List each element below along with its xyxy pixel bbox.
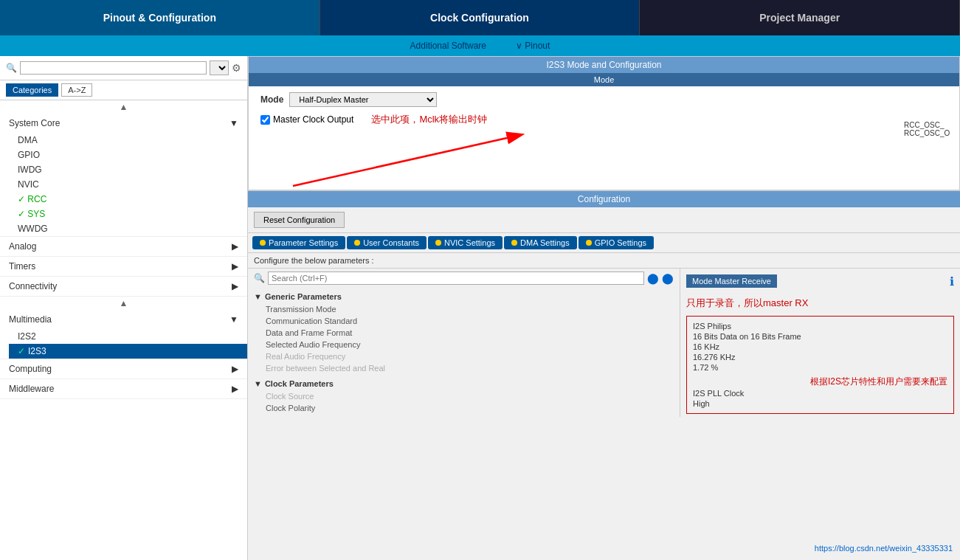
value-pll-clock: I2S PLL Clock [693, 388, 947, 398]
tab-az[interactable]: A->Z [61, 83, 92, 97]
tab-pinout-config[interactable]: Pinout & Configuration [0, 0, 320, 35]
param-error-label: Error between Selected and Real [266, 364, 662, 373]
analog-label: Analog [9, 241, 36, 252]
tab-dma-settings[interactable]: DMA Settings [504, 236, 577, 249]
param-clock-source-label: Clock Source [266, 392, 662, 401]
additional-software-link[interactable]: Additional Software [410, 41, 486, 51]
master-clock-checkbox[interactable] [260, 115, 270, 125]
user-tab-label: User Constants [363, 238, 419, 247]
param-real-audio: Real Audio Frequency [248, 350, 680, 362]
nav-prev-arrow[interactable]: ⬤ [647, 272, 659, 284]
tab-nvic-settings[interactable]: NVIC Settings [428, 236, 503, 249]
param-transmission-label: Transmission Mode [266, 305, 662, 314]
computing-chevron: ▶ [232, 364, 238, 374]
multimedia-scroll-up[interactable]: ▲ [0, 297, 247, 310]
system-core-chevron: ▼ [229, 118, 238, 128]
gpio-tab-dot [586, 240, 592, 246]
sidebar-item-sys[interactable]: SYS [9, 207, 247, 221]
param-comm-label: Communication Standard [266, 317, 662, 325]
mode-select-container: Half-Duplex Master [289, 92, 437, 107]
param-transmission-mode: Transmission Mode [248, 303, 680, 315]
right-labels: RCC_OSC_ RCC_OSC_O [901, 115, 960, 143]
middleware-header[interactable]: Middleware ▶ [0, 379, 247, 398]
tab-parameter-settings[interactable]: Parameter Settings [252, 236, 345, 249]
svg-line-1 [293, 138, 507, 186]
reset-config-button[interactable]: Reset Configuration [254, 212, 345, 228]
tab-gpio-settings[interactable]: GPIO Settings [579, 236, 654, 249]
config-header: Configuration [248, 191, 960, 207]
config-hint: Configure the below parameters : [248, 253, 960, 269]
gear-icon[interactable]: ⚙ [232, 62, 241, 74]
clock-params-header[interactable]: ▼ Clock Parameters [248, 377, 680, 390]
search-dropdown[interactable] [210, 61, 229, 75]
param-data-frame: Data and Frame Format [248, 327, 680, 339]
clock-values-area: 根据I2S芯片特性和用户需要来配置 I2S PLL Clock High [693, 376, 947, 409]
sidebar-item-dma[interactable]: DMA [9, 133, 247, 148]
middleware-label: Middleware [9, 384, 54, 394]
section-computing: Computing ▶ [0, 359, 247, 379]
mode-select[interactable]: Half-Duplex Master [289, 92, 437, 107]
sidebar-item-nvic[interactable]: NVIC [9, 177, 247, 192]
analog-chevron: ▶ [232, 241, 238, 252]
section-timers: Timers ▶ [0, 257, 247, 277]
sidebar-search-bar: 🔍 ⚙ [0, 56, 247, 80]
nvic-tab-label: NVIC Settings [444, 238, 495, 247]
tab-project-manager[interactable]: Project Manager [640, 0, 960, 35]
param-comm-standard: Communication Standard [248, 315, 680, 327]
multimedia-items: I2S2 ✓ I2S3 [0, 329, 247, 359]
timers-chevron: ▶ [232, 261, 238, 272]
tab-user-constants[interactable]: User Constants [347, 236, 427, 249]
mode-receive-value: Mode Master Receive [686, 274, 777, 288]
param-search-row: 🔍 ⬤ ⬤ [248, 269, 680, 288]
sidebar-item-i2s2[interactable]: I2S2 [9, 329, 247, 344]
red-arrow-svg [249, 131, 544, 190]
connectivity-header[interactable]: Connectivity ▶ [0, 277, 247, 296]
dma-tab-label: DMA Settings [520, 238, 570, 247]
timers-header[interactable]: Timers ▶ [0, 257, 247, 276]
param-real-label: Real Audio Frequency [266, 352, 662, 361]
values-panel: Mode Master Receive ℹ 只用于录音，所以master RX … [680, 269, 960, 417]
generic-params-group: ▼ Generic Parameters Transmission Mode C… [248, 288, 680, 376]
i2s3-label: I2S3 [28, 346, 46, 356]
generic-params-header[interactable]: ▼ Generic Parameters [248, 290, 680, 303]
system-core-header[interactable]: System Core ▼ [0, 114, 247, 133]
i2s3-panel: I2S3 Mode and Configuration Mode Mode Ha… [248, 56, 960, 190]
i2s3-title: I2S3 Mode and Configuration [249, 57, 959, 73]
connectivity-chevron: ▶ [232, 281, 238, 291]
sidebar-item-wwdg[interactable]: WWDG [9, 221, 247, 236]
main-content-area: I2S3 Mode and Configuration Mode Mode Ha… [248, 56, 960, 560]
tab-clock-config[interactable]: Clock Configuration [320, 0, 640, 35]
param-search-input[interactable] [268, 272, 644, 285]
system-core-items: DMA GPIO IWDG NVIC RCC SYS WWDG [0, 133, 247, 236]
scroll-up-btn[interactable]: ▲ [0, 100, 247, 114]
section-system-core: ▲ System Core ▼ DMA GPIO IWDG NVIC RCC S… [0, 100, 247, 237]
left-sidebar: 🔍 ⚙ Categories A->Z ▲ System Core ▼ [0, 56, 248, 560]
config-section: Configuration Reset Configuration Parame… [248, 190, 960, 417]
param-tab-label: Parameter Settings [269, 238, 338, 247]
sidebar-item-gpio[interactable]: GPIO [9, 148, 247, 162]
computing-label: Computing [9, 364, 52, 374]
computing-header[interactable]: Computing ▶ [0, 359, 247, 378]
value-highlighted-area: Mode Master Receive [686, 272, 777, 291]
clock-annotation: 根据I2S芯片特性和用户需要来配置 [810, 376, 947, 388]
sidebar-item-i2s3[interactable]: ✓ I2S3 [9, 344, 247, 359]
search-input[interactable] [20, 61, 207, 75]
section-middleware: Middleware ▶ [0, 379, 247, 399]
param-search-icon: 🔍 [254, 273, 265, 283]
values-box: I2S Philips 16 Bits Data on 16 Bits Fram… [686, 316, 954, 414]
config-tabs: Parameter Settings User Constants NVIC S… [248, 233, 960, 253]
content-area: 🔍 ⚙ Categories A->Z ▲ System Core ▼ [0, 56, 960, 560]
pinout-link[interactable]: ∨ Pinout [516, 41, 550, 51]
multimedia-header[interactable]: Multimedia ▼ [0, 310, 247, 329]
tab-categories[interactable]: Categories [6, 83, 58, 97]
mode-area: Mode Half-Duplex Master Master Clock Out… [249, 86, 959, 131]
mode-row: Mode Half-Duplex Master [260, 92, 947, 107]
analog-header[interactable]: Analog ▶ [0, 237, 247, 256]
sidebar-item-iwdg[interactable]: IWDG [9, 162, 247, 177]
sidebar-tabs: Categories A->Z [0, 80, 247, 100]
nav-next-arrow[interactable]: ⬤ [662, 272, 674, 284]
sidebar-item-rcc[interactable]: RCC [9, 192, 247, 207]
mode-label: Mode [260, 94, 283, 105]
param-clock-polarity: Clock Polarity [248, 402, 680, 414]
section-connectivity: Connectivity ▶ [0, 277, 247, 297]
